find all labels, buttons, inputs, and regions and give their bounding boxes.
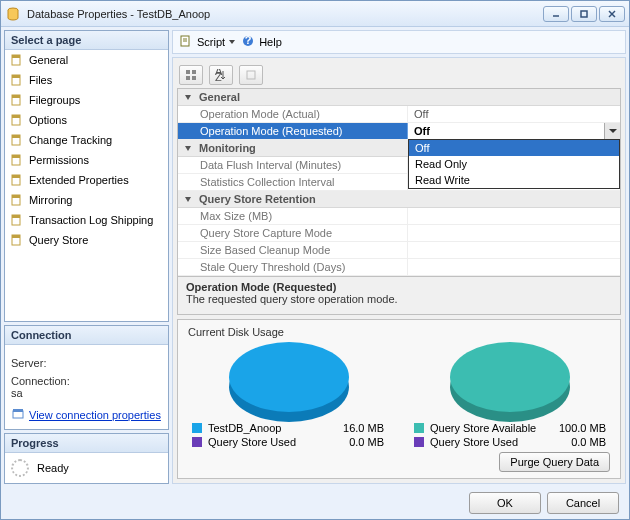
connection-value: sa bbox=[11, 387, 162, 399]
sidebar-item-label: Query Store bbox=[29, 234, 88, 246]
property-row[interactable]: Stale Query Threshold (Days) bbox=[178, 259, 620, 276]
property-row[interactable]: Operation Mode (Actual)Off bbox=[178, 106, 620, 123]
legend-left: TestDB_Anoop16.0 MBQuery Store Used0.0 M… bbox=[192, 422, 384, 448]
legend-row: Query Store Used0.0 MB bbox=[414, 436, 606, 448]
dropdown-option[interactable]: Off bbox=[409, 140, 619, 156]
legend-swatch bbox=[414, 423, 424, 433]
script-icon bbox=[179, 34, 193, 50]
window-buttons bbox=[543, 6, 625, 22]
svg-rect-34 bbox=[186, 76, 190, 80]
ok-button[interactable]: OK bbox=[469, 492, 541, 514]
property-grid-toolbar: AZ bbox=[177, 62, 621, 88]
legend-value: 0.0 MB bbox=[334, 436, 384, 448]
property-row[interactable]: Operation Mode (Requested)OffOffRead Onl… bbox=[178, 123, 620, 140]
sidebar-item-extended-properties[interactable]: Extended Properties bbox=[5, 170, 168, 190]
maximize-button[interactable] bbox=[571, 6, 597, 22]
property-help-box: Operation Mode (Requested) The requested… bbox=[177, 277, 621, 315]
property-name: Max Size (MB) bbox=[178, 208, 408, 224]
pie-chart-database bbox=[229, 342, 349, 422]
script-button[interactable]: Script bbox=[179, 34, 235, 50]
dropdown-button[interactable] bbox=[604, 123, 620, 139]
disk-usage-panel: Current Disk Usage TestDB_Anoop16.0 MBQu… bbox=[177, 319, 621, 479]
categorized-button[interactable] bbox=[179, 65, 203, 85]
cancel-button[interactable]: Cancel bbox=[547, 492, 619, 514]
property-row[interactable]: Max Size (MB) bbox=[178, 208, 620, 225]
sidebar-item-query-store[interactable]: Query Store bbox=[5, 230, 168, 250]
sidebar-item-filegroups[interactable]: Filegroups bbox=[5, 90, 168, 110]
close-button[interactable] bbox=[599, 6, 625, 22]
help-button[interactable]: ? Help bbox=[241, 34, 282, 50]
sidebar-item-files[interactable]: Files bbox=[5, 70, 168, 90]
legend-value: 16.0 MB bbox=[334, 422, 384, 434]
svg-rect-8 bbox=[12, 75, 20, 78]
property-category[interactable]: General bbox=[178, 89, 620, 106]
property-value[interactable] bbox=[408, 242, 620, 258]
connection-label: Connection: bbox=[11, 375, 162, 387]
legend-label: Query Store Used bbox=[208, 436, 328, 448]
dropdown-option[interactable]: Read Only bbox=[409, 156, 619, 172]
property-name: Operation Mode (Actual) bbox=[178, 106, 408, 122]
property-pages-button[interactable] bbox=[239, 65, 263, 85]
sidebar-item-permissions[interactable]: Permissions bbox=[5, 150, 168, 170]
property-name: Stale Query Threshold (Days) bbox=[178, 259, 408, 275]
view-connection-link[interactable]: View connection properties bbox=[11, 407, 162, 423]
sidebar-item-transaction-log-shipping[interactable]: Transaction Log Shipping bbox=[5, 210, 168, 230]
svg-rect-14 bbox=[12, 135, 20, 138]
content-toolbar: Script ? Help bbox=[172, 30, 626, 54]
pie-chart-querystore bbox=[450, 342, 570, 422]
legend-swatch bbox=[192, 437, 202, 447]
sidebar-item-label: Options bbox=[29, 114, 67, 126]
property-row[interactable]: Query Store Capture Mode bbox=[178, 225, 620, 242]
sidebar-item-options[interactable]: Options bbox=[5, 110, 168, 130]
window-title: Database Properties - TestDB_Anoop bbox=[27, 8, 543, 20]
svg-rect-12 bbox=[12, 115, 20, 118]
collapse-icon bbox=[184, 194, 195, 205]
dropdown-option[interactable]: Read Write bbox=[409, 172, 619, 188]
purge-query-data-button[interactable]: Purge Query Data bbox=[499, 452, 610, 472]
property-value[interactable]: Off bbox=[408, 106, 620, 122]
property-value[interactable] bbox=[408, 225, 620, 241]
view-connection-link-text: View connection properties bbox=[29, 409, 161, 421]
sidebar-item-label: Change Tracking bbox=[29, 134, 112, 146]
server-label: Server: bbox=[11, 357, 162, 369]
progress-panel: Progress Ready bbox=[4, 433, 169, 484]
svg-text:Z: Z bbox=[215, 71, 222, 81]
help-label: Help bbox=[259, 36, 282, 48]
database-icon bbox=[5, 6, 21, 22]
dialog-footer: OK Cancel bbox=[1, 487, 629, 519]
property-row[interactable]: Size Based Cleanup Mode bbox=[178, 242, 620, 259]
property-category[interactable]: Query Store Retention bbox=[178, 191, 620, 208]
page-icon bbox=[9, 232, 25, 248]
legend-right: Query Store Available100.0 MBQuery Store… bbox=[414, 422, 606, 448]
property-value[interactable] bbox=[408, 208, 620, 224]
page-icon bbox=[9, 152, 25, 168]
link-icon bbox=[11, 407, 25, 423]
sidebar-item-general[interactable]: General bbox=[5, 50, 168, 70]
svg-rect-33 bbox=[192, 70, 196, 74]
property-value[interactable] bbox=[408, 259, 620, 275]
svg-rect-26 bbox=[13, 409, 23, 412]
disk-usage-title: Current Disk Usage bbox=[188, 326, 610, 338]
page-icon bbox=[9, 92, 25, 108]
page-list: GeneralFilesFilegroupsOptionsChange Trac… bbox=[5, 50, 168, 250]
svg-rect-25 bbox=[13, 411, 23, 418]
svg-rect-10 bbox=[12, 95, 20, 98]
page-icon bbox=[9, 72, 25, 88]
collapse-icon bbox=[184, 143, 195, 154]
property-name: Data Flush Interval (Minutes) bbox=[178, 157, 408, 173]
sidebar-item-label: General bbox=[29, 54, 68, 66]
svg-rect-39 bbox=[247, 71, 255, 79]
sidebar-item-label: Transaction Log Shipping bbox=[29, 214, 153, 226]
page-icon bbox=[9, 192, 25, 208]
legend-label: TestDB_Anoop bbox=[208, 422, 328, 434]
alphabetical-button[interactable]: AZ bbox=[209, 65, 233, 85]
minimize-button[interactable] bbox=[543, 6, 569, 22]
svg-rect-2 bbox=[581, 11, 587, 17]
sidebar-item-change-tracking[interactable]: Change Tracking bbox=[5, 130, 168, 150]
property-value[interactable]: OffOffRead OnlyRead Write bbox=[408, 123, 620, 139]
sidebar-item-mirroring[interactable]: Mirroring bbox=[5, 190, 168, 210]
svg-rect-20 bbox=[12, 195, 20, 198]
property-name: Query Store Capture Mode bbox=[178, 225, 408, 241]
help-title: Operation Mode (Requested) bbox=[186, 281, 612, 293]
legend-label: Query Store Available bbox=[430, 422, 550, 434]
